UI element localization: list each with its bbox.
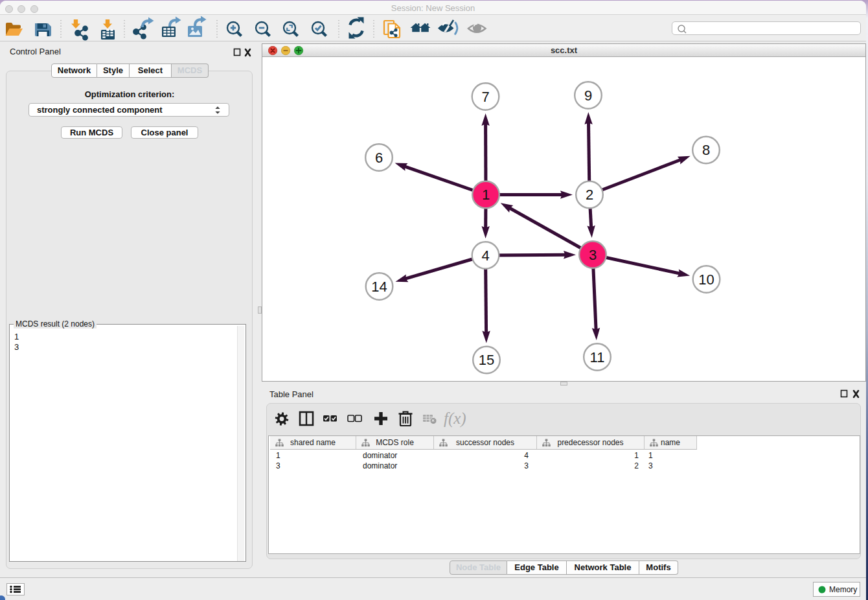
svg-text:4: 4: [481, 248, 489, 264]
svg-text:10: 10: [698, 271, 714, 288]
svg-text:6: 6: [375, 150, 383, 166]
svg-text:11: 11: [590, 349, 605, 365]
svg-text:8: 8: [702, 142, 710, 158]
svg-text:2: 2: [586, 187, 593, 203]
svg-text:15: 15: [479, 352, 494, 368]
svg-text:3: 3: [589, 247, 597, 263]
svg-text:9: 9: [584, 87, 592, 104]
svg-text:1: 1: [482, 187, 490, 203]
svg-text:f(x): f(x): [444, 410, 466, 428]
svg-text:7: 7: [481, 89, 489, 105]
svg-text:14: 14: [371, 279, 387, 295]
